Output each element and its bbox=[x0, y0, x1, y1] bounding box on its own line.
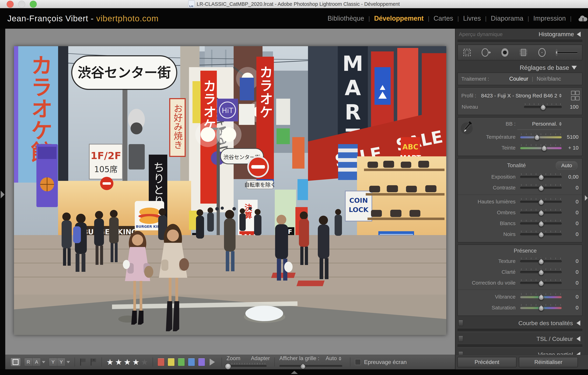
exposure-thumb[interactable] bbox=[537, 174, 545, 182]
grid-slider[interactable] bbox=[279, 363, 342, 369]
zoom-label[interactable]: Zoom bbox=[226, 355, 240, 362]
color-label-5[interactable] bbox=[198, 358, 205, 366]
histogram-header[interactable]: Aperçu dynamique Histogramme bbox=[455, 29, 585, 39]
texture-slider[interactable] bbox=[520, 257, 562, 265]
panel-header-courbe-des-tonalite-s[interactable]: Courbe des tonalités bbox=[455, 318, 585, 328]
wb-preset-select[interactable]: Personnal. bbox=[532, 121, 557, 127]
dehaze-thumb[interactable] bbox=[537, 280, 545, 288]
reject-flag-icon[interactable] bbox=[90, 358, 97, 366]
module-picker: Bibliothèque|Développement|Cartes|Livres… bbox=[323, 15, 576, 22]
show-filmstrip-arrow[interactable] bbox=[291, 371, 298, 374]
color-label-1[interactable] bbox=[158, 358, 165, 366]
blacks-value: 0 bbox=[562, 231, 578, 237]
module-developpement[interactable]: Développement bbox=[370, 15, 428, 22]
radial-filter-tool-icon[interactable] bbox=[537, 47, 547, 58]
before-after-button[interactable]: Y Y bbox=[49, 358, 70, 366]
module-diaporama[interactable]: Diaporama bbox=[487, 15, 528, 22]
zoom-slider-thumb[interactable] bbox=[225, 363, 231, 370]
fit-label[interactable]: Adapter bbox=[251, 355, 270, 362]
blacks-slider[interactable] bbox=[520, 230, 562, 238]
titlebar: Lrc LR-CLASSIC_CatMBP_2020.lrcat - Adobe… bbox=[0, 0, 588, 8]
grid-slider-thumb[interactable] bbox=[299, 363, 307, 370]
panel-toggle[interactable] bbox=[459, 320, 463, 326]
blacks-thumb[interactable] bbox=[537, 231, 545, 239]
white-balance-eyedropper-icon[interactable] bbox=[461, 120, 473, 136]
vibrance-slider[interactable] bbox=[520, 293, 562, 301]
profile-select[interactable]: 8423 - Fuji X - Strong Red B46 2 bbox=[481, 93, 557, 99]
dehaze-slider[interactable] bbox=[520, 279, 562, 287]
play-slideshow-icon[interactable] bbox=[210, 359, 215, 365]
updown-icon[interactable] bbox=[559, 94, 562, 98]
red-eye-tool-icon[interactable] bbox=[500, 47, 510, 58]
texture-thumb[interactable] bbox=[537, 258, 545, 266]
star-2[interactable]: ★ bbox=[115, 358, 122, 366]
saturation-slider[interactable] bbox=[520, 304, 562, 312]
profile-browser-icon[interactable] bbox=[571, 91, 578, 100]
chevron-down-icon[interactable] bbox=[42, 361, 45, 363]
contrast-thumb[interactable] bbox=[537, 185, 545, 193]
crop-tool-icon[interactable] bbox=[462, 47, 472, 58]
contrast-slider[interactable] bbox=[520, 184, 562, 192]
module-cartes[interactable]: Cartes bbox=[430, 15, 457, 22]
treatment-color-option[interactable]: Couleur bbox=[509, 76, 528, 82]
hide-right-panel-arrow[interactable] bbox=[585, 195, 588, 201]
highlights-slider[interactable] bbox=[520, 198, 562, 205]
sync-cloud-icon[interactable] bbox=[578, 15, 588, 22]
amount-thumb[interactable] bbox=[539, 104, 547, 111]
show-left-panel-arrow[interactable] bbox=[1, 191, 5, 198]
auto-tone-button[interactable]: Auto bbox=[556, 161, 578, 170]
panel-toggle[interactable] bbox=[459, 336, 463, 342]
pick-flag-icon[interactable] bbox=[79, 358, 86, 366]
grid-mode-select[interactable]: Auto bbox=[326, 355, 341, 362]
close-button[interactable] bbox=[7, 1, 14, 8]
fullscreen-button[interactable] bbox=[30, 1, 37, 8]
right-panel: Aperçu dynamique Histogramme bbox=[455, 29, 588, 355]
module-impression[interactable]: Impression bbox=[529, 15, 570, 22]
adjustment-brush-tool-icon[interactable] bbox=[556, 49, 578, 56]
spot-removal-tool-icon[interactable] bbox=[481, 47, 491, 58]
star-3[interactable]: ★ bbox=[124, 358, 131, 366]
temperature-thumb[interactable] bbox=[533, 134, 541, 142]
reset-button[interactable]: Réinitialiser bbox=[519, 357, 578, 367]
module-bibliotheque[interactable]: Bibliothèque bbox=[323, 15, 368, 22]
reference-view-button[interactable]: R A bbox=[24, 358, 45, 366]
saturation-thumb[interactable] bbox=[537, 305, 545, 312]
whites-slider[interactable] bbox=[520, 220, 562, 227]
star-5[interactable]: ★ bbox=[141, 358, 148, 366]
soft-proof-checkbox[interactable] bbox=[355, 359, 361, 365]
zoom-slider[interactable] bbox=[226, 363, 267, 369]
clarity-slider[interactable] bbox=[520, 268, 562, 276]
clarity-row: Clarté0 bbox=[458, 267, 582, 277]
clarity-thumb[interactable] bbox=[537, 269, 545, 277]
vibrance-thumb[interactable] bbox=[537, 294, 545, 302]
panel-scrollbar[interactable] bbox=[584, 29, 588, 355]
photo[interactable]: カラオケ館 SoftBank bbox=[14, 46, 446, 335]
exposure-slider[interactable] bbox=[520, 173, 562, 181]
module-livres[interactable]: Livres bbox=[459, 15, 485, 22]
treatment-bw-option[interactable]: Noir/blanc bbox=[536, 76, 561, 82]
loupe-view-button[interactable] bbox=[10, 358, 21, 366]
star-4[interactable]: ★ bbox=[132, 358, 139, 366]
panel-toggle[interactable] bbox=[459, 352, 463, 355]
star-1[interactable]: ★ bbox=[106, 358, 114, 366]
color-label-4[interactable] bbox=[188, 358, 195, 366]
whites-thumb[interactable] bbox=[537, 220, 545, 228]
temperature-slider[interactable] bbox=[520, 133, 562, 141]
contrast-label: Contraste bbox=[458, 185, 520, 191]
highlights-thumb[interactable] bbox=[537, 199, 545, 206]
basic-panel-header[interactable]: Réglages de base bbox=[455, 62, 585, 73]
previous-button[interactable]: Précédent bbox=[457, 357, 516, 367]
updown-icon[interactable] bbox=[559, 122, 562, 126]
panel-header-tsl-couleur[interactable]: TSL / Couleur bbox=[455, 334, 585, 344]
color-label-2[interactable] bbox=[168, 358, 175, 366]
graduated-filter-tool-icon[interactable] bbox=[518, 47, 528, 58]
shadows-thumb[interactable] bbox=[537, 210, 545, 217]
panel-header-virage-partiel[interactable]: Virage partiel bbox=[455, 349, 585, 355]
minimize-button[interactable] bbox=[18, 1, 25, 8]
shadows-slider[interactable] bbox=[520, 209, 562, 216]
chevron-down-icon[interactable] bbox=[66, 361, 70, 363]
amount-slider[interactable] bbox=[524, 103, 562, 111]
tint-slider[interactable] bbox=[520, 144, 562, 152]
tint-thumb[interactable] bbox=[540, 145, 548, 152]
color-label-3[interactable] bbox=[178, 358, 185, 366]
